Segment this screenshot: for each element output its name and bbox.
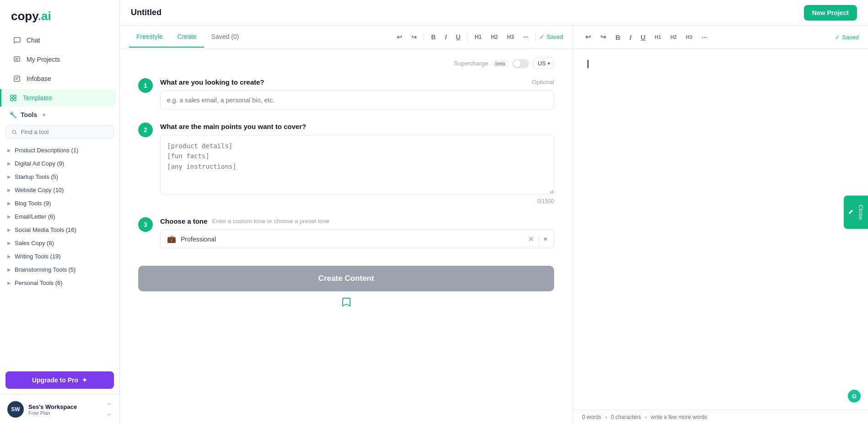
right-panel: ↩ ↪ B I U H1 H2 H3 ··· ✓ Saved G 0 words (573, 26, 868, 424)
arrow-icon: ▶ (7, 161, 11, 166)
editor-redo-button[interactable]: ↪ (597, 31, 609, 43)
h3-button[interactable]: H3 (504, 32, 517, 42)
tools-list: ▶ Product Descriptions (1) ▶ Digital Ad … (0, 142, 119, 366)
projects-label: My Projects (27, 56, 60, 63)
locale-select[interactable]: US ▾ (534, 58, 554, 69)
locale-value: US (538, 60, 546, 67)
main-points-textarea[interactable] (160, 135, 554, 194)
word-count: 0 words (582, 414, 601, 420)
svg-rect-7 (14, 95, 16, 97)
editor-italic-button[interactable]: I (626, 32, 635, 43)
redo-button[interactable]: ↪ (408, 32, 420, 43)
editor-h3-button[interactable]: H3 (683, 32, 695, 42)
list-item[interactable]: ▶ Product Descriptions (1) (0, 144, 119, 157)
beta-badge: beta (493, 60, 508, 67)
upgrade-label: Upgrade to Pro (32, 376, 78, 384)
bookmark-icon[interactable] (341, 297, 352, 308)
editor-h1-button[interactable]: H1 (652, 32, 664, 42)
avatar: SW (7, 401, 24, 418)
tab-freestyle[interactable]: Freestyle (129, 27, 170, 48)
h2-button[interactable]: H2 (488, 32, 501, 42)
tab-create[interactable]: Create (170, 27, 204, 48)
grammarly-icon[interactable]: G (848, 390, 861, 403)
editor-bold-button[interactable]: B (612, 32, 624, 43)
arrow-icon: ▶ (7, 241, 11, 246)
left-panel: Freestyle Create Saved (0) ↩ ↪ B I U H1 … (120, 26, 573, 424)
create-content-button[interactable]: Create Content (138, 266, 554, 291)
tools-section[interactable]: 🔧 Tools ▾ (0, 107, 119, 122)
tone-dropdown-button[interactable]: ▾ (539, 235, 547, 243)
form-step-3: 3 Choose a tone Enter a custom tone or c… (138, 217, 554, 248)
templates-icon (9, 94, 17, 102)
workspace-footer[interactable]: SW Ses's Workspace Free Plan ⌃⌄ (0, 394, 119, 424)
chevron-expand-icon: ⌃⌄ (107, 402, 112, 417)
tone-hint: Enter a custom tone or choose a preset t… (212, 218, 329, 225)
italic-button[interactable]: I (442, 32, 450, 43)
editor-h2-button[interactable]: H2 (667, 32, 680, 42)
arrow-icon: ▶ (7, 214, 11, 219)
sidebar-item-chat[interactable]: Chat (4, 32, 116, 49)
editor-status-bar: 0 words 0 characters write a few more wo… (573, 410, 868, 424)
editor-undo-button[interactable]: ↩ (582, 31, 594, 43)
editor-underline-button[interactable]: U (637, 32, 649, 43)
what-to-create-input[interactable] (160, 91, 554, 110)
editor-area[interactable]: G (573, 49, 868, 410)
logo: copy.ai (0, 0, 119, 31)
sidebar-item-templates[interactable]: Templates (0, 89, 116, 107)
divider (424, 33, 424, 41)
h1-button[interactable]: H1 (471, 32, 485, 42)
infobase-icon (13, 75, 21, 83)
bold-button[interactable]: B (428, 32, 439, 43)
tab-toolbar: ↩ ↪ B I U H1 H2 H3 ··· ✓ Saved (394, 32, 563, 43)
project-title: Untitled (131, 8, 162, 17)
check-icon: ✓ (539, 33, 545, 40)
supercharge-toggle[interactable] (512, 59, 529, 68)
list-item[interactable]: ▶ Website Copy (10) (0, 183, 119, 197)
more-options-button[interactable]: ··· (520, 32, 532, 43)
list-item[interactable]: ▶ Digital Ad Copy (9) (0, 157, 119, 170)
underline-button[interactable]: U (453, 32, 464, 43)
tab-saved[interactable]: Saved (0) (204, 27, 247, 48)
chevron-down-icon: ▾ (43, 112, 45, 118)
saved-text: Saved (842, 34, 859, 41)
divider (535, 33, 536, 41)
char-count: 0/1500 (160, 198, 554, 204)
briefcase-icon: 💼 (167, 235, 176, 243)
arrow-icon: ▶ (7, 174, 11, 179)
workspace-name: Ses's Workspace (28, 403, 102, 410)
svg-line-11 (16, 133, 16, 134)
check-mark-icon: ✓ (835, 34, 840, 41)
list-item[interactable]: ▶ Personal Tools (6) (0, 276, 119, 290)
list-item[interactable]: ▶ Sales Copy (8) (0, 236, 119, 250)
step-3-number: 3 (138, 217, 153, 232)
sidebar-item-projects[interactable]: My Projects (4, 51, 116, 68)
list-item[interactable]: ▶ Email/Letter (6) (0, 210, 119, 223)
arrow-icon: ▶ (7, 267, 11, 272)
step-1-content: What are you looking to create? Optional (160, 78, 554, 110)
list-item[interactable]: ▶ Social Media Tools (16) (0, 223, 119, 236)
svg-rect-9 (14, 98, 16, 101)
step-1-number: 1 (138, 78, 153, 93)
arrow-icon: ▶ (7, 254, 11, 259)
toggle-knob (513, 60, 521, 67)
undo-button[interactable]: ↩ (394, 32, 405, 43)
crown-icon: ✦ (82, 376, 87, 384)
new-project-button[interactable]: New Project (804, 5, 857, 21)
sidebar-item-infobase[interactable]: Infobase (4, 70, 116, 87)
upgrade-button[interactable]: Upgrade to Pro ✦ (5, 371, 114, 389)
svg-rect-6 (11, 95, 13, 97)
bookmark-area (138, 291, 554, 313)
list-item[interactable]: ▶ Blog Tools (9) (0, 197, 119, 210)
tool-search-input[interactable] (21, 129, 108, 135)
templates-label: Templates (23, 94, 52, 102)
list-item[interactable]: ▶ Brainstorming Tools (5) (0, 263, 119, 276)
tool-search-box[interactable] (5, 125, 114, 139)
content-area: Freestyle Create Saved (0) ↩ ↪ B I U H1 … (120, 26, 868, 424)
step-2-content: What are the main points you want to cov… (160, 123, 554, 204)
list-item[interactable]: ▶ Startup Tools (5) (0, 170, 119, 183)
editor-more-button[interactable]: ··· (698, 32, 711, 43)
tone-select[interactable]: 💼 Professional ✕ ▾ (160, 230, 554, 248)
list-item[interactable]: ▶ Writing Tools (19) (0, 250, 119, 263)
tone-clear-button[interactable]: ✕ (528, 235, 534, 243)
chat-icon (13, 36, 21, 44)
